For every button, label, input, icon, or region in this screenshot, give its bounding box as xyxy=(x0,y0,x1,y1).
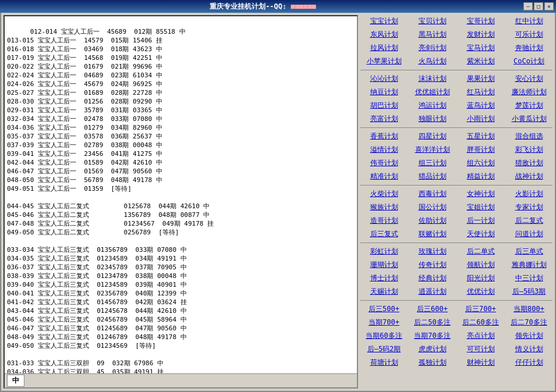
plan-link[interactable]: 佐助计划 xyxy=(409,215,456,227)
plan-link[interactable]: 拉风计划 xyxy=(360,42,408,54)
plan-link[interactable]: 沫沫计划 xyxy=(409,73,456,85)
plan-link[interactable]: 小黄瓜计划 xyxy=(505,113,553,125)
plan-link[interactable]: 专家计划 xyxy=(505,201,553,213)
plan-link[interactable]: 四星计划 xyxy=(409,130,456,142)
plan-link[interactable]: 雅典娜计划 xyxy=(505,259,553,271)
plan-link[interactable]: 后二复式 xyxy=(505,215,553,227)
plan-link[interactable]: 天使计划 xyxy=(457,228,504,240)
plan-link[interactable]: 孤独计划 xyxy=(409,357,456,369)
plan-link[interactable]: 领航计划 xyxy=(457,259,504,271)
plan-link[interactable]: 香蕉计划 xyxy=(360,130,408,142)
plan-link[interactable]: 后二70多注 xyxy=(505,316,553,329)
plan-link[interactable]: 后—5码3期 xyxy=(505,286,553,298)
plan-link[interactable]: 联赌计划 xyxy=(409,228,456,240)
plan-link[interactable]: 仔仔计划 xyxy=(505,357,553,369)
plan-link[interactable]: 小苹果计划 xyxy=(360,55,408,67)
plan-link[interactable]: 混合组选 xyxy=(505,130,553,142)
plan-link[interactable]: 战神计划 xyxy=(505,170,553,183)
plan-link[interactable]: 鸿运计划 xyxy=(409,99,456,112)
plan-link[interactable]: 精准计划 xyxy=(360,170,408,183)
plan-link[interactable]: 后二单式 xyxy=(457,245,504,258)
plan-link[interactable]: 火影计划 xyxy=(505,188,553,200)
plan-link[interactable]: 安心计划 xyxy=(505,73,553,85)
plan-link[interactable]: 猴族计划 xyxy=(360,201,408,213)
plan-link[interactable]: 红中计划 xyxy=(505,15,553,27)
plan-link[interactable]: 黑马计划 xyxy=(409,28,456,41)
plan-link[interactable]: 溢情计划 xyxy=(360,144,408,156)
plan-link[interactable]: 当期800+ xyxy=(505,303,553,315)
plan-link[interactable]: 逍遥计划 xyxy=(409,286,456,298)
minimize-button[interactable]: — xyxy=(523,2,533,10)
plan-link[interactable]: 宝宝计划 xyxy=(360,15,408,27)
plan-link[interactable]: 当期700+ xyxy=(360,316,408,329)
plan-link[interactable]: 廉法师计划 xyxy=(505,86,553,98)
plan-link[interactable]: 梦莲计划 xyxy=(505,99,553,112)
plan-link[interactable]: 火柴计划 xyxy=(360,188,408,200)
plan-link[interactable]: 博士计划 xyxy=(360,272,408,284)
plan-link[interactable]: 荷塘计划 xyxy=(360,357,408,369)
plan-link[interactable]: 后二60多注 xyxy=(457,316,504,329)
plan-link[interactable]: CoCo计划 xyxy=(505,55,553,67)
plan-link[interactable]: 亮剑计划 xyxy=(409,42,456,54)
plan-link[interactable]: 宝贝计划 xyxy=(409,15,456,27)
plan-link[interactable]: 造哥计划 xyxy=(360,215,408,227)
plan-link[interactable]: 小雨计划 xyxy=(457,113,504,125)
plan-link[interactable]: 优优姐计划 xyxy=(409,86,456,98)
plan-link[interactable]: 红马计划 xyxy=(457,86,504,98)
plan-link[interactable]: 问道计划 xyxy=(505,228,553,240)
plan-link[interactable]: 沁沁计划 xyxy=(360,73,408,85)
plan-link[interactable]: 奔驰计划 xyxy=(505,42,553,54)
plan-link[interactable]: 优优计划 xyxy=(457,286,504,298)
plan-link[interactable]: 精益计划 xyxy=(457,170,504,183)
plan-link[interactable]: 发财计划 xyxy=(457,28,504,41)
plan-link[interactable]: 喜洋洋计划 xyxy=(409,144,456,156)
plan-link[interactable]: 后三600+ xyxy=(409,303,456,315)
plan-link[interactable]: 宝哥计划 xyxy=(457,15,504,27)
plan-link[interactable]: 猎敌计划 xyxy=(505,157,553,169)
plan-link[interactable]: 国公计划 xyxy=(409,201,456,213)
plan-link[interactable]: 组六计划 xyxy=(457,157,504,169)
plan-link[interactable]: 传奇计划 xyxy=(409,259,456,271)
plan-link[interactable]: 虎虎计划 xyxy=(409,343,456,355)
plan-link[interactable]: 可可计划 xyxy=(457,343,504,355)
plan-link[interactable]: 后一计划 xyxy=(457,215,504,227)
plan-link[interactable]: 女神计划 xyxy=(457,188,504,200)
plan-link[interactable]: 中三计划 xyxy=(505,272,553,284)
plan-link[interactable]: 后三单式 xyxy=(505,245,553,258)
close-button[interactable]: ✕ xyxy=(544,2,554,10)
plan-link[interactable]: 亮点计划 xyxy=(457,330,504,342)
plan-link[interactable]: 组三计划 xyxy=(409,157,456,169)
plan-link[interactable]: 胡巴计划 xyxy=(360,99,408,112)
plan-link[interactable]: 后—5码2期 xyxy=(360,343,408,355)
plan-link[interactable]: 情义计划 xyxy=(505,343,553,355)
plan-link[interactable]: 宝马计划 xyxy=(457,42,504,54)
plan-link[interactable]: 紫米计划 xyxy=(457,55,504,67)
plan-link[interactable]: 珊瑚计划 xyxy=(360,259,408,271)
plan-link[interactable]: 彩虹计划 xyxy=(360,245,408,258)
plan-link[interactable]: 亮富计划 xyxy=(360,113,408,125)
plan-link[interactable]: 独眼计划 xyxy=(409,113,456,125)
plan-link[interactable]: 火鸟计划 xyxy=(409,55,456,67)
plan-link[interactable]: 宝姐计划 xyxy=(457,201,504,213)
plan-link[interactable]: 后三500+ xyxy=(360,303,408,315)
plan-link[interactable]: 财神计划 xyxy=(457,357,504,369)
plan-link[interactable]: 玫瑰计划 xyxy=(409,245,456,258)
plan-link[interactable]: 猎品计划 xyxy=(409,170,456,183)
plan-link[interactable]: 后三复式 xyxy=(360,228,408,240)
plan-link[interactable]: 纳豆计划 xyxy=(360,86,408,98)
plan-link[interactable]: 经典计划 xyxy=(409,272,456,284)
plan-link[interactable]: 果果计划 xyxy=(457,73,504,85)
plan-link[interactable]: 领先计划 xyxy=(505,330,553,342)
plan-link[interactable]: 五星计划 xyxy=(457,130,504,142)
plan-link[interactable]: 后二50多注 xyxy=(409,316,456,329)
plan-link[interactable]: 胖哥计划 xyxy=(457,144,504,156)
plan-link[interactable]: 当期60多注 xyxy=(360,330,408,342)
plan-link[interactable]: 西毒计划 xyxy=(409,188,456,200)
left-content-scroll[interactable]: 012-014 宝宝人工后一 45689 012期 85518 中 013-01… xyxy=(5,16,357,387)
plan-link[interactable]: 阳光计划 xyxy=(457,272,504,284)
plan-link[interactable]: 伟哥计划 xyxy=(360,157,408,169)
plan-link[interactable]: 蓝鸟计划 xyxy=(457,99,504,112)
plan-link[interactable]: 彩飞计划 xyxy=(505,144,553,156)
plan-link[interactable]: 后三700+ xyxy=(457,303,504,315)
plan-link[interactable]: 东风计划 xyxy=(360,28,408,41)
